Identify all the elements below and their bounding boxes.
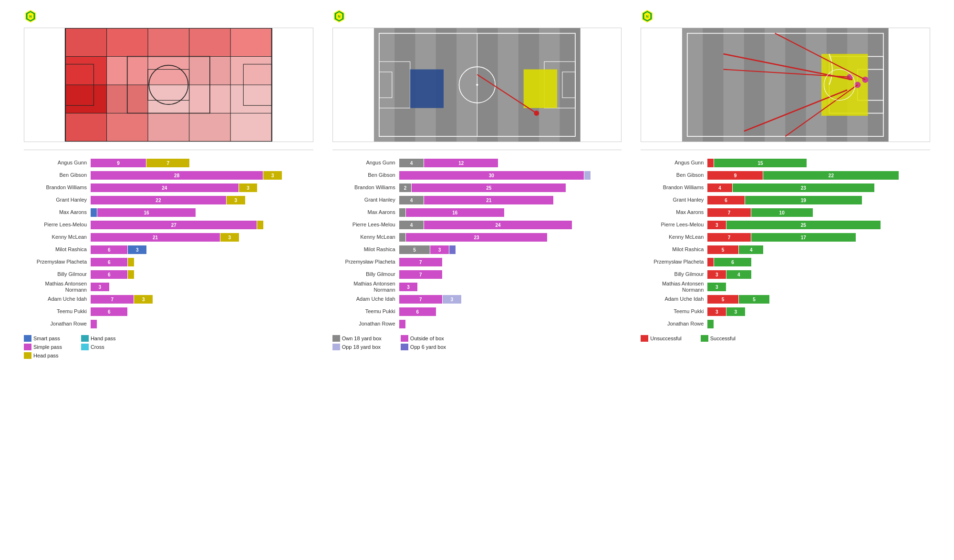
bar-segment: 3 <box>430 245 449 254</box>
player-label: Przemysław Placheta <box>641 259 707 265</box>
bar-segment: 6 <box>399 307 436 316</box>
player-label: Brandon Williams <box>641 184 707 191</box>
legend-color <box>641 335 648 342</box>
legend-label: Outside of box <box>410 336 444 341</box>
bar-segment: 3 <box>707 307 726 316</box>
chart-row: Adam Uche Idah73 <box>332 294 622 305</box>
player-label: Milot Rashica <box>332 246 399 253</box>
legend-color <box>24 352 31 359</box>
bar-segment: 7 <box>399 295 442 304</box>
bar-segment <box>257 221 263 229</box>
bar-group: 213 <box>91 233 313 242</box>
bar-segment: 4 <box>399 221 424 229</box>
chart-row: Przemysław Placheta7 <box>332 257 622 267</box>
bar-group: 619 <box>707 196 930 204</box>
smart-passes-svg <box>333 28 622 142</box>
bar-segment: 16 <box>97 208 196 217</box>
chart-rows-1: Angus Gunn97Ben Gibson283Brandon William… <box>24 158 313 329</box>
svg-rect-40 <box>374 28 394 142</box>
bar-segment <box>707 159 714 167</box>
chart-row: Grant Hanley421 <box>332 195 622 205</box>
bar-segment: 6 <box>91 307 127 316</box>
bar-group: 922 <box>707 171 930 180</box>
chart-row: Billy Gilmour7 <box>332 269 622 280</box>
svg-rect-5 <box>148 28 189 57</box>
player-label: Max Aarons <box>24 209 91 215</box>
bar-segment <box>707 258 714 266</box>
bar-group: 283 <box>91 171 313 180</box>
chart-row: Grant Hanley223 <box>24 195 313 205</box>
bar-segment: 3 <box>707 270 726 279</box>
player-label: Adam Uche Idah <box>332 296 399 302</box>
bar-segment <box>584 171 591 180</box>
bar-segment: 24 <box>91 183 238 192</box>
bar-segment: 16 <box>406 208 504 217</box>
player-label: Kenny McLean <box>24 234 91 240</box>
chart-row: Ben Gibson922 <box>641 170 930 181</box>
chart-row: Kenny McLean717 <box>641 232 930 243</box>
bar-segment <box>399 233 405 242</box>
bar-segment: 9 <box>707 171 763 180</box>
panel-header-1: N <box>24 10 313 23</box>
player-label: Billy Gilmour <box>641 271 707 277</box>
svg-rect-7 <box>230 28 272 57</box>
svg-text:N: N <box>338 14 340 19</box>
bar-group: 7 <box>399 270 622 279</box>
bar-segment: 6 <box>707 196 744 204</box>
bar-segment: 5 <box>739 295 770 304</box>
bar-segment: 10 <box>751 208 813 217</box>
bar-segment <box>399 208 405 217</box>
bar-segment: 23 <box>733 183 874 192</box>
bar-group: 423 <box>707 183 930 192</box>
heatmap-pitch <box>24 28 313 142</box>
svg-rect-13 <box>65 85 107 113</box>
player-label: Ben Gibson <box>641 172 707 178</box>
svg-rect-61 <box>682 28 703 142</box>
player-label: Angus Gunn <box>24 160 91 166</box>
player-label: Kenny McLean <box>332 234 399 240</box>
bar-group: 717 <box>707 233 930 242</box>
chart-row: Jonathan Rowe <box>24 319 313 329</box>
svg-rect-3 <box>65 28 107 57</box>
legend-color <box>81 344 89 350</box>
chart-row: Brandon Williams423 <box>641 183 930 193</box>
bar-segment: 3 <box>128 245 146 254</box>
player-label: Billy Gilmour <box>24 271 91 277</box>
bar-segment: 3 <box>220 233 239 242</box>
bar-segment: 6 <box>714 258 751 266</box>
chart-row: Billy Gilmour6 <box>24 269 313 280</box>
section-title-2 <box>332 150 622 154</box>
bar-group: 73 <box>399 295 622 304</box>
bar-segment: 3 <box>443 295 461 304</box>
bar-group: 6 <box>91 307 313 316</box>
bar-segment: 9 <box>91 159 146 167</box>
bar-segment: 3 <box>91 283 109 291</box>
chart-row: Teemu Pukki33 <box>641 306 930 317</box>
legend-2: Own 18 yard boxOpp 18 yard boxOutside of… <box>332 335 622 350</box>
bar-segment: 7 <box>399 258 442 266</box>
bar-group: 243 <box>91 183 313 192</box>
bar-segment: 7 <box>91 295 134 304</box>
crosses-panel: N <box>631 10 940 359</box>
bar-segment: 25 <box>726 221 881 229</box>
player-label: Grant Hanley <box>332 197 399 203</box>
chart-row: Kenny McLean213 <box>24 232 313 243</box>
player-label: Angus Gunn <box>332 160 399 166</box>
chart-row: Angus Gunn97 <box>24 158 313 168</box>
main-container: N <box>0 0 954 368</box>
player-label: Adam Uche Idah <box>24 296 91 302</box>
section-title-3 <box>641 150 930 154</box>
chart-row: Kenny McLean23 <box>332 232 622 243</box>
bar-segment: 3 <box>399 283 418 291</box>
bar-segment: 3 <box>707 283 726 291</box>
chart-row: Adam Uche Idah55 <box>641 294 930 305</box>
svg-rect-18 <box>65 113 107 142</box>
chart-row: Adam Uche Idah73 <box>24 294 313 305</box>
bar-group <box>707 320 930 328</box>
bar-group <box>399 320 622 328</box>
bar-segment: 5 <box>707 245 738 254</box>
bar-group: 34 <box>707 270 930 279</box>
legend-label: Simple pass <box>33 344 62 350</box>
bar-segment: 3 <box>726 307 745 316</box>
svg-rect-8 <box>65 57 107 85</box>
